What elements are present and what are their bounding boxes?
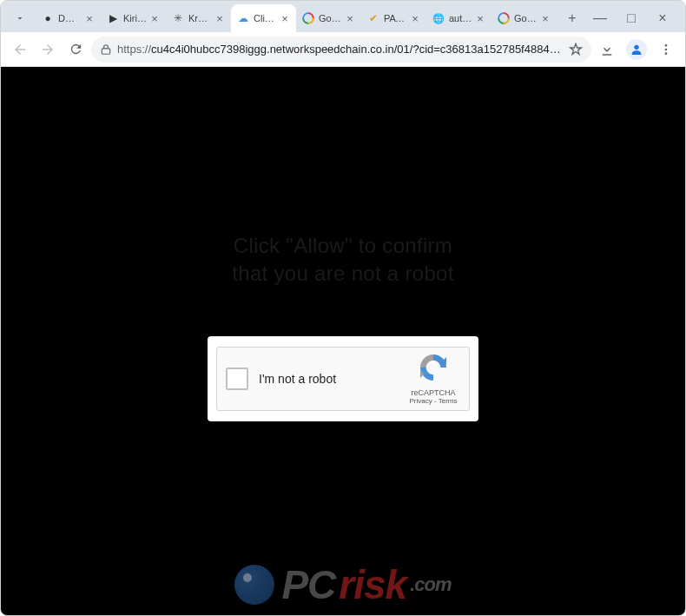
tab-google-1[interactable]: Googl × [296, 4, 361, 32]
tab-title: Kraven [188, 13, 212, 23]
arrow-left-icon [12, 42, 28, 57]
spinner-icon: ✳ [171, 11, 185, 25]
tab-title: Googl [514, 13, 538, 23]
tab-title: KirisTV [123, 13, 147, 23]
reload-button[interactable] [63, 37, 88, 62]
plus-icon: + [568, 10, 576, 26]
tabs-dropdown[interactable] [4, 10, 36, 27]
bait-line-2: that you are not a robot [232, 260, 453, 288]
recaptcha-logo: reCAPTCHA Privacy - Terms [406, 352, 460, 405]
minimize-button[interactable]: — [584, 6, 616, 30]
circle-icon: ● [41, 11, 55, 25]
close-icon[interactable]: × [83, 12, 96, 24]
close-icon[interactable]: × [409, 12, 421, 24]
watermark-text-com: .com [410, 573, 451, 596]
toolbar-right [595, 37, 678, 62]
tab-bar: ● DOWN × ▶ KirisTV × ✳ Kraven × ☁ Click … [1, 1, 685, 32]
captcha-card: I'm not a robot reCAPTCHA Privacy - Term… [208, 336, 478, 421]
bait-line-1: Click "Allow" to confirm [232, 232, 453, 260]
bait-text: Click "Allow" to confirm that you are no… [232, 232, 453, 288]
svg-point-5 [665, 48, 668, 50]
google-icon [497, 11, 511, 25]
minimize-icon: — [593, 10, 607, 26]
maximize-icon: □ [627, 10, 636, 26]
chevron-down-icon [11, 10, 29, 27]
captcha-brand: reCAPTCHA [411, 388, 455, 397]
captcha-checkbox[interactable] [226, 368, 248, 390]
new-tab-button[interactable]: + [560, 6, 584, 30]
google-icon [301, 11, 315, 25]
profile-button[interactable] [624, 37, 649, 62]
forward-button[interactable] [36, 37, 60, 62]
tab-title: PAYMI [384, 13, 407, 23]
site-info-icon[interactable] [100, 43, 112, 56]
close-icon[interactable]: × [148, 12, 161, 24]
close-icon[interactable]: × [344, 12, 356, 24]
cloud-icon: ☁ [236, 11, 250, 25]
address-bar[interactable]: https://cu4c4i0hubcc7398iggg.networkspee… [91, 36, 591, 63]
play-icon: ▶ [106, 11, 120, 25]
watermark-badge-icon [234, 565, 274, 605]
tab-kraven[interactable]: ✳ Kraven × [166, 4, 231, 32]
tab-title: Googl [319, 13, 342, 23]
tab-auto[interactable]: 🌐 auto-l × [426, 4, 491, 32]
maximize-button[interactable]: □ [616, 6, 647, 30]
tab-google-2[interactable]: Googl × [491, 4, 557, 32]
watermark-text-risk: risk [339, 561, 406, 608]
watermark-text-pc: PC [281, 561, 335, 608]
downloads-button[interactable] [595, 37, 619, 62]
tab-click-allow[interactable]: ☁ Click " × [231, 4, 296, 32]
url-text: https://cu4c4i0hubcc7398iggg.networkspee… [117, 43, 564, 56]
arrow-right-icon [40, 42, 56, 57]
tab-kiristv[interactable]: ▶ KirisTV × [101, 4, 166, 32]
tab-download[interactable]: ● DOWN × [36, 4, 101, 32]
menu-button[interactable] [654, 37, 678, 62]
close-icon[interactable]: × [539, 12, 551, 24]
globe-icon: 🌐 [432, 11, 445, 25]
close-icon[interactable]: × [279, 12, 291, 24]
back-button[interactable] [8, 37, 32, 62]
close-icon: × [658, 10, 666, 26]
close-icon[interactable]: × [214, 12, 226, 24]
window-controls: — □ × [584, 6, 682, 30]
close-icon[interactable]: × [474, 12, 486, 24]
svg-point-6 [665, 52, 668, 55]
svg-point-4 [665, 44, 668, 47]
watermark: PCrisk.com [1, 561, 685, 608]
toolbar: https://cu4c4i0hubcc7398iggg.networkspee… [1, 32, 685, 67]
svg-point-3 [634, 44, 638, 49]
tab-payment[interactable]: ✔ PAYMI × [361, 4, 426, 32]
browser-window: ● DOWN × ▶ KirisTV × ✳ Kraven × ☁ Click … [0, 0, 686, 616]
captcha-links[interactable]: Privacy - Terms [410, 397, 458, 405]
download-icon [599, 42, 615, 57]
tab-title: DOWN [58, 13, 82, 23]
check-icon: ✔ [366, 11, 380, 25]
tab-title: auto-l [449, 13, 472, 23]
tab-title: Click " [254, 13, 277, 23]
reload-icon [69, 42, 83, 56]
recaptcha-icon [418, 352, 449, 387]
recaptcha-widget: I'm not a robot reCAPTCHA Privacy - Term… [216, 347, 470, 411]
tabs-list: ● DOWN × ▶ KirisTV × ✳ Kraven × ☁ Click … [36, 4, 557, 32]
page-content: Click "Allow" to confirm that you are no… [1, 67, 685, 615]
profile-icon [626, 39, 647, 60]
kebab-icon [659, 43, 673, 56]
star-icon[interactable] [569, 43, 583, 56]
captcha-label: I'm not a robot [259, 372, 406, 386]
close-window-button[interactable]: × [647, 6, 678, 30]
